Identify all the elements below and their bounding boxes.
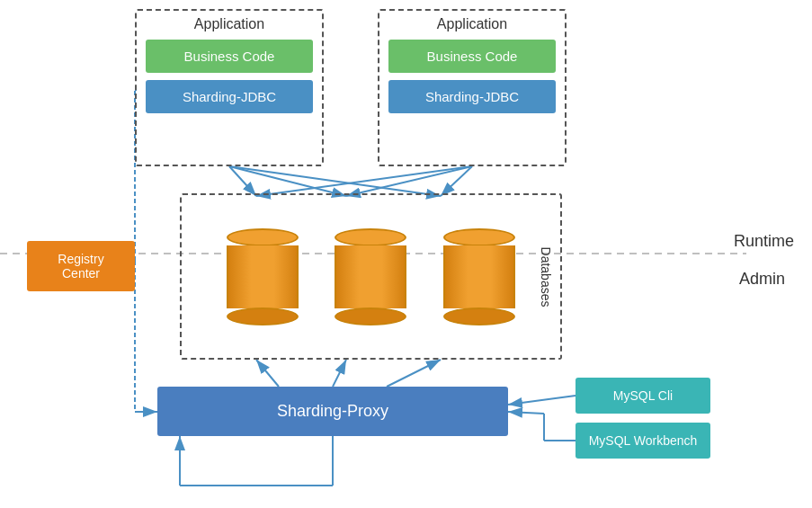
cyl-body-2 — [335, 245, 406, 308]
business-code-left: Business Code — [146, 40, 313, 73]
svg-line-8 — [256, 360, 279, 387]
cylinder-2 — [330, 228, 411, 325]
mysql-cli: MySQL Cli — [576, 378, 710, 414]
app-right-title: Application — [379, 11, 565, 40]
cyl-top-1 — [227, 228, 299, 246]
db-cylinders-container — [182, 195, 560, 358]
app-box-left: Application Business Code Sharding-JDBC — [135, 9, 324, 166]
svg-line-15 — [508, 396, 576, 405]
cylinder-1 — [222, 228, 303, 325]
cyl-bottom-1 — [227, 307, 299, 325]
app-left-title: Application — [137, 11, 322, 40]
svg-line-10 — [387, 360, 441, 387]
databases-box: Databases — [180, 193, 562, 360]
cyl-bottom-2 — [335, 307, 406, 325]
cyl-body-3 — [443, 245, 515, 308]
app-box-right: Application Business Code Sharding-JDBC — [378, 9, 567, 166]
admin-label: Admin — [739, 270, 785, 289]
databases-label: Databases — [540, 246, 554, 307]
cyl-body-1 — [227, 245, 299, 308]
svg-line-3 — [229, 166, 346, 196]
cyl-top-2 — [335, 228, 406, 246]
sharding-proxy: Sharding-Proxy — [157, 387, 508, 436]
registry-center: Registry Center — [27, 241, 135, 291]
svg-line-2 — [229, 166, 256, 196]
cyl-top-3 — [443, 228, 515, 246]
svg-line-18 — [508, 412, 544, 414]
runtime-label: Runtime — [734, 232, 794, 251]
sharding-jdbc-left: Sharding-JDBC — [146, 80, 313, 113]
cyl-bottom-3 — [443, 307, 515, 325]
svg-line-5 — [256, 166, 472, 196]
cylinder-3 — [439, 228, 520, 325]
svg-line-6 — [346, 166, 472, 196]
mysql-workbench: MySQL Workbench — [576, 423, 710, 459]
svg-line-4 — [229, 166, 441, 196]
svg-line-9 — [333, 360, 346, 387]
svg-line-7 — [441, 166, 472, 196]
sharding-jdbc-right: Sharding-JDBC — [388, 80, 556, 113]
business-code-right: Business Code — [388, 40, 556, 73]
diagram-container: Application Business Code Sharding-JDBC … — [0, 0, 812, 508]
